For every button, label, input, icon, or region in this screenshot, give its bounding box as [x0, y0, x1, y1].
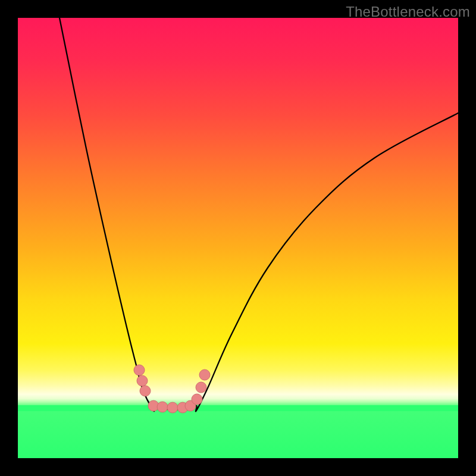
- data-dot: [157, 402, 168, 412]
- data-dot: [134, 365, 145, 375]
- plot-area: [18, 18, 458, 458]
- data-dot: [192, 394, 202, 405]
- bottleneck-curve: [60, 18, 458, 411]
- curve-layer: [18, 18, 458, 458]
- data-dot: [137, 375, 148, 386]
- data-dot: [167, 402, 178, 413]
- data-dot: [199, 369, 210, 380]
- chart-frame: TheBottleneck.com: [0, 0, 476, 476]
- data-dot: [140, 386, 151, 396]
- curve-group: [60, 18, 458, 411]
- data-dot: [196, 382, 206, 393]
